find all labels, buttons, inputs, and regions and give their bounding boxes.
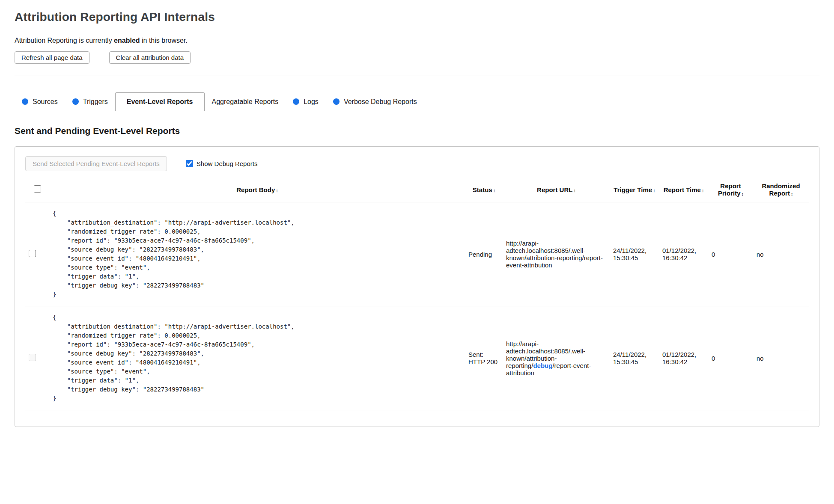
tab-label: Event-Level Reports [127, 98, 193, 106]
report-priority: 0 [708, 202, 753, 306]
show-debug-reports-checkbox[interactable] [186, 160, 193, 167]
trigger-time: 24/11/2022, 15:30:45 [610, 202, 659, 306]
column-header-report-priority[interactable]: Report Priority↕ [708, 177, 753, 202]
sort-icon: ↕ [742, 191, 744, 196]
clear-all-attribution-data-button[interactable]: Clear all attribution data [109, 51, 191, 64]
column-header-trigger-time[interactable]: Trigger Time↕ [610, 177, 659, 202]
column-label: Status [473, 186, 492, 193]
report-body-cell: { "attribution_destination": "http://ara… [49, 202, 465, 306]
page-actions: Refresh all page data Clear all attribut… [15, 51, 819, 64]
tab-label: Sources [33, 98, 58, 106]
status-line: Attribution Reporting is currently enabl… [15, 37, 819, 44]
send-selected-pending-reports-button: Send Selected Pending Event-Level Report… [25, 156, 167, 171]
row-select-cell [25, 306, 49, 410]
randomized-report: no [753, 306, 809, 410]
report-status: Pending [465, 202, 503, 306]
tab-verbose-debug-reports[interactable]: Verbose Debug Reports [326, 92, 424, 111]
select-all-header-cell [25, 177, 49, 202]
section-heading: Sent and Pending Event-Level Reports [15, 126, 819, 136]
sort-icon: ↕ [276, 188, 278, 193]
row-select-cell [25, 202, 49, 306]
tab-triggers[interactable]: Triggers [65, 92, 115, 111]
report-body-json: { "attribution_destination": "http://ara… [53, 209, 462, 299]
report-body-cell: { "attribution_destination": "http://ara… [49, 306, 465, 410]
report-priority: 0 [708, 306, 753, 410]
trigger-time: 24/11/2022, 15:30:45 [610, 306, 659, 410]
report-body-json: { "attribution_destination": "http://ara… [53, 313, 462, 403]
refresh-all-page-data-button[interactable]: Refresh all page data [15, 51, 89, 64]
reports-toolbar: Send Selected Pending Event-Level Report… [25, 156, 809, 171]
column-header-report-body[interactable]: Report Body↕ [49, 177, 465, 202]
sort-icon: ↕ [702, 188, 704, 193]
column-label: Report URL [537, 186, 572, 193]
event-level-reports-panel: Send Selected Pending Event-Level Report… [15, 146, 819, 427]
report-time: 01/12/2022, 16:30:42 [659, 202, 708, 306]
blue-dot-icon [333, 98, 340, 105]
report-url: http://arapi-adtech.localhost:8085/.well… [503, 306, 610, 410]
column-label: Trigger Time [614, 186, 652, 193]
tab-label: Triggers [83, 98, 108, 106]
status-text-suffix: in this browser. [140, 37, 188, 44]
tab-sources[interactable]: Sources [15, 92, 65, 111]
column-header-report-url[interactable]: Report URL↕ [503, 177, 610, 202]
tab-label: Verbose Debug Reports [344, 98, 417, 106]
status-enabled-text: enabled [114, 37, 140, 44]
show-debug-reports-toggle[interactable]: Show Debug Reports [186, 160, 258, 167]
tab-logs[interactable]: Logs [286, 92, 326, 111]
column-label: Report Body [236, 186, 275, 193]
sort-icon: ↕ [653, 188, 655, 193]
sort-icon: ↕ [573, 188, 575, 193]
page-title: Attribution Reporting API Internals [15, 10, 819, 24]
select-all-checkbox[interactable] [34, 185, 41, 193]
blue-dot-icon [293, 98, 299, 105]
row-select-checkbox-disabled [29, 354, 36, 361]
url-text: http://arapi-adtech.localhost:8085/.well… [506, 240, 585, 261]
blue-dot-icon [22, 98, 28, 105]
report-row-pending: { "attribution_destination": "http://ara… [25, 202, 809, 306]
report-url: http://arapi-adtech.localhost:8085/.well… [503, 202, 610, 306]
column-header-randomized-report[interactable]: Randomized Report↕ [753, 177, 809, 202]
column-header-report-time[interactable]: Report Time↕ [659, 177, 708, 202]
sort-icon: ↕ [791, 191, 793, 196]
tab-label: Aggregatable Reports [212, 98, 279, 106]
attribution-internals-page: Attribution Reporting API Internals Attr… [0, 0, 834, 427]
divider [15, 75, 819, 75]
report-time: 01/12/2022, 16:30:42 [659, 306, 708, 410]
tab-aggregatable-reports[interactable]: Aggregatable Reports [205, 92, 286, 111]
report-status: Sent: HTTP 200 [465, 306, 503, 410]
column-label: Randomized Report [762, 182, 800, 197]
row-select-checkbox[interactable] [29, 250, 36, 257]
tab-event-level-reports[interactable]: Event-Level Reports [115, 92, 205, 111]
column-label: Report Priority [718, 182, 741, 197]
column-header-status[interactable]: Status↕ [465, 177, 503, 202]
column-label: Report Time [664, 186, 701, 193]
blue-dot-icon [72, 98, 79, 105]
tab-label: Logs [304, 98, 319, 106]
reports-table: Report Body↕ Status↕ Report URL↕ Trigger… [25, 177, 809, 410]
status-text-prefix: Attribution Reporting is currently [15, 37, 114, 44]
table-header-row: Report Body↕ Status↕ Report URL↕ Trigger… [25, 177, 809, 202]
show-debug-reports-label: Show Debug Reports [197, 160, 258, 167]
url-debug-segment: debug [533, 362, 552, 369]
sort-icon: ↕ [493, 188, 495, 193]
randomized-report: no [753, 202, 809, 306]
report-row-sent: { "attribution_destination": "http://ara… [25, 306, 809, 410]
tab-strip: Sources Triggers Event-Level Reports Agg… [15, 92, 819, 111]
